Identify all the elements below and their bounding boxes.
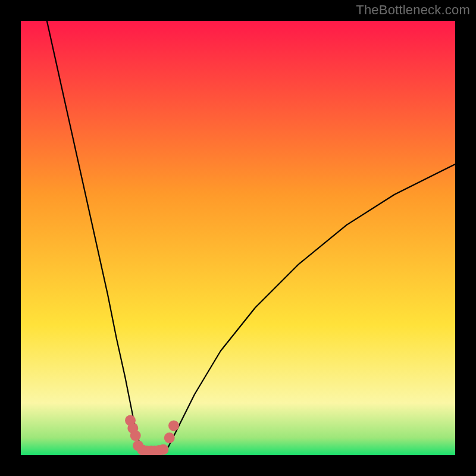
watermark-text: TheBottleneck.com [356,2,470,18]
marker-dot [164,433,175,443]
marker-dot [130,430,141,441]
marker-dot [168,420,179,431]
gradient-background [21,21,455,455]
marker-dot [158,444,168,455]
chart-frame: TheBottleneck.com [0,0,476,476]
bottleneck-curve-chart [21,21,455,455]
plot-area [21,21,455,455]
